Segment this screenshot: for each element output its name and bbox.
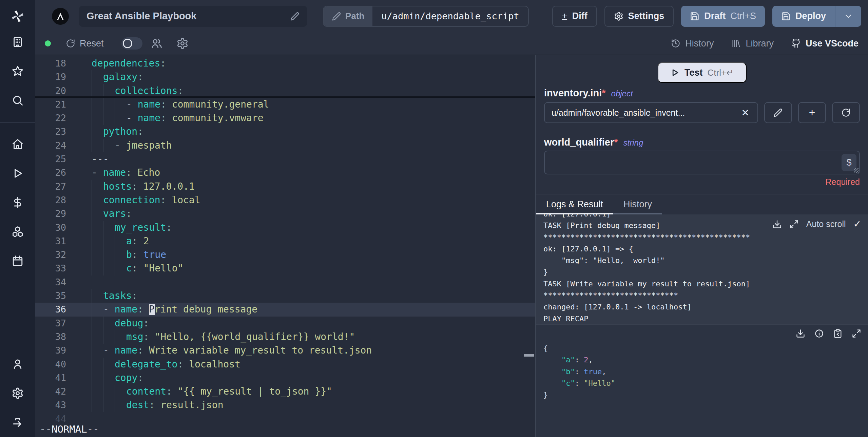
code-line[interactable]: 43dest: result.json — [35, 398, 535, 412]
library-icon — [731, 39, 741, 48]
code-line[interactable]: 20collections: — [35, 84, 535, 98]
tab-history[interactable]: History — [613, 194, 662, 214]
draft-shortcut: Ctrl+S — [730, 11, 756, 21]
path-label: Path — [345, 11, 364, 21]
code-line[interactable]: 23python: — [35, 125, 535, 138]
expand-icon[interactable] — [789, 220, 799, 229]
code-line[interactable]: 40delegate_to: localhost — [35, 358, 535, 371]
code-line[interactable]: 35tasks: — [35, 289, 535, 303]
code-line[interactable]: 38msg: "Hello, {{world_qualifier}} world… — [35, 330, 535, 344]
download-icon[interactable] — [796, 329, 805, 338]
code-line[interactable]: 24- jmespath — [35, 139, 535, 152]
code-line[interactable]: 19galaxy: — [35, 70, 535, 84]
diff-button[interactable]: ± Diff — [552, 6, 597, 27]
code-line[interactable]: 37debug: — [35, 317, 535, 330]
check-icon[interactable]: ✓ — [853, 218, 861, 230]
sidebar-item-variables[interactable] — [0, 193, 35, 212]
code-line[interactable]: 25--- — [35, 152, 535, 166]
sidebar-item-favorites[interactable] — [0, 61, 35, 81]
clipboard-icon[interactable] — [833, 329, 843, 338]
log-output[interactable]: ok: [127.0.0.1]TASK [Print debug message… — [536, 214, 868, 324]
code-line[interactable]: 31a: 2 — [35, 234, 535, 248]
log-line: "msg": "Hello, world!" — [543, 255, 868, 266]
deploy-menu-button[interactable] — [835, 6, 861, 27]
clear-icon[interactable]: ✕ — [739, 107, 751, 118]
plus-icon: + — [809, 107, 815, 119]
editor-settings-button[interactable] — [176, 37, 189, 50]
resize-grip[interactable] — [854, 168, 859, 173]
script-title-field[interactable]: Great Ansible Playbook — [79, 6, 307, 27]
tab-logs-result[interactable]: Logs & Result — [536, 194, 613, 214]
result-json-line: "c": "Hello" — [543, 378, 868, 389]
code-line[interactable]: 39- name: Write variable my_result to re… — [35, 344, 535, 357]
line-number: 34 — [35, 276, 66, 289]
reset-button[interactable]: Reset — [66, 38, 104, 49]
line-number: 23 — [35, 125, 66, 138]
line-number: 20 — [35, 84, 66, 98]
code-line[interactable]: 36- name: Print debug message — [35, 303, 535, 316]
settings-button[interactable]: Settings — [604, 6, 674, 27]
log-lines: ok: [127.0.0.1]TASK [Print debug message… — [543, 214, 868, 324]
line-number: 40 — [35, 358, 66, 371]
pencil-icon[interactable] — [290, 12, 300, 21]
code-line[interactable]: 42content: "{{ my_result | to_json }}" — [35, 385, 535, 398]
code-line[interactable]: 27hosts: 127.0.0.1 — [35, 180, 535, 193]
history-button[interactable]: History — [671, 38, 714, 49]
code-line[interactable]: 28connection: local — [35, 193, 535, 207]
diff-mode-toggle[interactable] — [121, 37, 142, 50]
deploy-split-button: Deploy — [772, 6, 861, 27]
code-line[interactable]: 33c: "Hello" — [35, 262, 535, 275]
line-number: 33 — [35, 262, 66, 275]
sidebar-item-schedules[interactable] — [0, 251, 35, 271]
code-line[interactable]: 29vars: — [35, 207, 535, 221]
add-resource-button[interactable]: + — [798, 102, 826, 123]
code-line[interactable]: 32b: true — [35, 248, 535, 262]
sidebar-item-home[interactable] — [0, 134, 35, 154]
code-line[interactable]: 21- name: community.general — [35, 98, 535, 111]
sidebar-item-runs[interactable] — [0, 164, 35, 183]
path-value: u/admin/dependable_script — [372, 6, 528, 26]
sidebar-item-resources[interactable] — [0, 222, 35, 242]
info-icon[interactable] — [814, 329, 824, 338]
expand-icon[interactable] — [852, 329, 861, 338]
code-line[interactable]: 44 — [35, 412, 535, 426]
field-label-inventory: inventory.ini* object — [544, 88, 860, 99]
sidebar-item-logout[interactable] — [0, 413, 35, 432]
sidebar-item-account[interactable] — [0, 354, 35, 374]
sidebar — [0, 0, 35, 437]
refresh-resource-button[interactable] — [832, 102, 860, 123]
line-number: 21 — [35, 98, 66, 111]
search-icon — [12, 94, 24, 107]
path-button[interactable]: Path u/admin/dependable_script — [323, 6, 529, 27]
download-icon[interactable] — [772, 220, 782, 229]
draft-button[interactable]: Draft Ctrl+S — [681, 6, 765, 27]
windmill-logo[interactable] — [10, 0, 25, 32]
code-line[interactable]: 18dependencies: — [35, 57, 535, 70]
code-line[interactable]: 34 — [35, 276, 535, 289]
inventory-input[interactable] — [552, 108, 739, 118]
world-qualifier-input[interactable] — [545, 151, 859, 174]
code-line[interactable]: 22- name: community.vmware — [35, 111, 535, 125]
boxes-icon — [12, 226, 24, 238]
result-output[interactable]: { "a": 2, "b": true, "c": "Hello"} — [536, 325, 868, 437]
line-number: 22 — [35, 111, 66, 125]
use-vscode-button[interactable]: Use VScode — [791, 38, 859, 49]
code-editor[interactable]: 18dependencies:19galaxy:20collections:21… — [35, 55, 535, 437]
sidebar-item-workspace[interactable] — [0, 32, 35, 52]
user-icon — [12, 358, 24, 370]
test-button[interactable]: Test Ctrl+↵ — [658, 62, 747, 83]
sidebar-item-search[interactable] — [0, 91, 35, 110]
multiplayer-button[interactable] — [151, 37, 163, 50]
line-number: 41 — [35, 371, 66, 385]
line-number: 27 — [35, 180, 66, 193]
edit-inventory-button[interactable] — [764, 102, 792, 123]
code-line[interactable]: 41copy: — [35, 371, 535, 385]
users-icon — [151, 37, 163, 50]
deploy-button[interactable]: Deploy — [772, 6, 835, 27]
required-asterisk: * — [602, 88, 605, 98]
code-line[interactable]: 30my_result: — [35, 221, 535, 234]
library-button[interactable]: Library — [731, 38, 774, 49]
sidebar-item-settings[interactable] — [0, 383, 35, 403]
overview-ruler-marker — [524, 354, 534, 357]
code-line[interactable]: 26- name: Echo — [35, 166, 535, 179]
